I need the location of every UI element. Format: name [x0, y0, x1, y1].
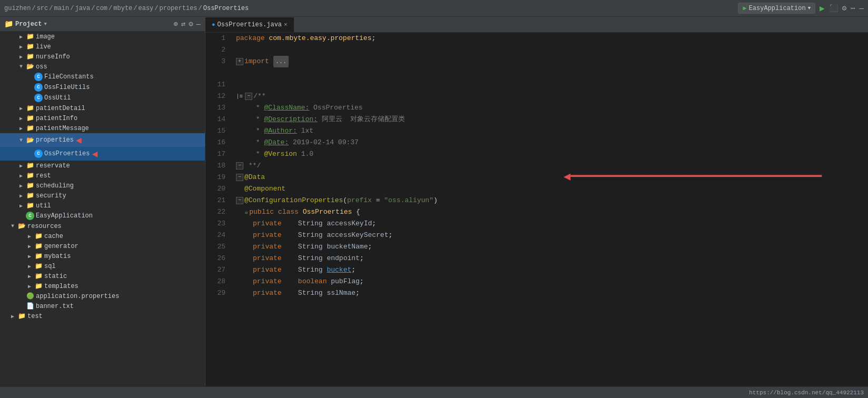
sidebar-item-reservate[interactable]: ▶ 📁 reservate [0, 161, 205, 171]
sidebar-label: Project [15, 21, 42, 28]
sidebar-item-label: live [36, 43, 51, 51]
sidebar-item-label: resources [27, 223, 62, 230]
sidebar-item-util[interactable]: ▶ 📁 util [0, 201, 205, 211]
sidebar-item-image[interactable]: ▶ 📁 image [0, 32, 205, 42]
folder-arrow-icon: ▶ [17, 163, 25, 169]
top-bar-left: guizhen / src / main / java / com / mbyt… [4, 5, 249, 12]
properties-icon: 🟢 [25, 292, 35, 300]
sidebar-item-label: properties [36, 136, 74, 144]
run-config-label: EasyApplication [749, 5, 806, 12]
sidebar-item-label: EasyApplication [36, 212, 93, 220]
folder-arrow-icon: ▶ [8, 313, 17, 320]
collapse-icon[interactable]: — [196, 20, 201, 28]
editor-tab[interactable]: ● OssProerties.java × [205, 17, 294, 32]
sidebar-item-application-properties[interactable]: 🟢 application.properties [0, 291, 205, 301]
red-arrow-line19: ◀━━━━━━━━━━━━━━━━━━━━━━━━━━━━━━━━━━━━ [564, 172, 822, 183]
folder-icon: 📁 [25, 104, 35, 112]
sidebar-item-label: mybatis [44, 253, 71, 260]
sidebar-item-label: test [27, 313, 43, 320]
sidebar-item-sql[interactable]: ▶ 📁 sql [0, 261, 205, 271]
add-icon[interactable]: ⊕ [173, 19, 177, 28]
sidebar-item-rest[interactable]: ▶ 📁 rest [0, 171, 205, 181]
sidebar-item-test[interactable]: ▶ 📁 test [0, 311, 205, 321]
sidebar-item-nurseinfo[interactable]: ▶ 📁 nurseInfo [0, 52, 205, 62]
sidebar-item-static[interactable]: ▶ 📁 static [0, 271, 205, 281]
folder-arrow-icon: ▶ [17, 34, 25, 40]
sidebar-item-cache[interactable]: ▶ 📁 cache [0, 231, 205, 241]
sidebar-item-label: application.properties [36, 293, 119, 300]
sidebar-item-patientdetail[interactable]: ▶ 📁 patientDetail [0, 103, 205, 113]
fold-button[interactable]: − [236, 174, 243, 181]
sidebar-item-templates[interactable]: ▶ 📁 templates [0, 281, 205, 291]
minimize-icon[interactable]: — [860, 4, 864, 13]
sidebar-item-security[interactable]: ▶ 📁 security [0, 191, 205, 201]
status-url: https://blog.csdn.net/qq_44922113 [749, 390, 864, 396]
fold-button[interactable]: − [236, 162, 243, 170]
code-line-25: private String bucketName ; [236, 241, 864, 253]
coverage-icon[interactable]: ⚙ [842, 4, 846, 13]
folder-arrow-icon: ▶ [25, 243, 34, 250]
java-class-icon: C [34, 73, 43, 81]
folder-arrow-icon: ▶ [17, 203, 25, 209]
chevron-down-icon: ▼ [44, 22, 46, 27]
java-class-icon: C [25, 212, 35, 220]
sidebar-item-label: cache [44, 233, 63, 240]
fold-button[interactable]: − [245, 93, 252, 100]
code-lines: package com.mbyte.easy.properties ; + im… [232, 33, 868, 386]
folder-icon: 📁 [25, 192, 35, 200]
code-line-13: * @ClassName: OssProerties [236, 102, 864, 114]
debug-icon[interactable]: ⬛ [829, 4, 838, 13]
sidebar-item-patientinfo[interactable]: ▶ 📁 patientInfo [0, 113, 205, 123]
sidebar-item-fileconstants[interactable]: C FileConstants [0, 72, 205, 82]
fold-button[interactable]: + [236, 58, 243, 65]
sidebar-item-label: generator [44, 243, 78, 250]
folder-arrow-icon: ▶ [17, 115, 25, 122]
folder-icon: 📁 [4, 19, 13, 28]
sidebar-item-oss[interactable]: ▼ 📂 oss [0, 62, 205, 72]
sidebar-item-ossproerties[interactable]: C OssProerties ◀ [0, 147, 205, 161]
code-line-26: private String endpoint ; [236, 253, 864, 264]
folder-icon: 📁 [34, 282, 43, 290]
tab-file-icon: ● [212, 22, 215, 28]
sidebar-item-generator[interactable]: ▶ 📁 generator [0, 241, 205, 251]
code-line-gap [236, 67, 864, 79]
settings-icon[interactable]: ⚙ [189, 19, 193, 28]
sidebar-item-banner-txt[interactable]: 📄 banner.txt [0, 301, 205, 311]
fold-button[interactable]: − [236, 197, 243, 204]
folder-icon: 📁 [34, 232, 43, 240]
sidebar-item-label: util [36, 202, 51, 210]
sidebar-item-label: OssFileUtils [44, 84, 90, 91]
sidebar-item-label: image [36, 33, 55, 41]
folder-arrow-open-icon: ▼ [8, 223, 17, 229]
sidebar-item-label: oss [36, 63, 47, 71]
sync-icon[interactable]: ⇄ [181, 19, 185, 28]
code-line-20: @Component [236, 183, 864, 195]
sidebar: 📁 Project ▼ ⊕ ⇄ ⚙ — ▶ 📁 image ▶ 📁 live [0, 17, 205, 386]
tab-close-button[interactable]: × [284, 22, 288, 28]
run-icon[interactable]: ▶ [820, 3, 825, 14]
sidebar-item-resources[interactable]: ▼ 📂 resources [0, 221, 205, 231]
sidebar-item-patientmessage[interactable]: ▶ 📁 patientMessage [0, 123, 205, 133]
sidebar-item-ossfileutils[interactable]: C OssFileUtils [0, 82, 205, 93]
folder-arrow-icon: ▶ [17, 44, 25, 50]
breadcrumb: guizhen / src / main / java / com / mbyt… [4, 5, 249, 12]
folder-arrow-icon: ▶ [17, 105, 25, 112]
run-config[interactable]: ▶ EasyApplication ▼ [738, 3, 815, 14]
folder-open-icon: 📂 [17, 222, 26, 230]
sidebar-item-label: scheduling [36, 182, 74, 190]
sidebar-item-properties[interactable]: ▼ 📂 properties ◀ [0, 133, 205, 147]
line-numbers: 1 2 3 11 12 13 14 15 16 17 18 19 20 21 2… [205, 33, 232, 386]
more-icon[interactable]: ⋯ [851, 4, 855, 13]
sidebar-item-easyapplication[interactable]: C EasyApplication [0, 211, 205, 221]
code-line-27: private String bucket ; [236, 264, 864, 276]
code-line-14: * @Description: 阿里云 对象云存储配置类 [236, 114, 864, 125]
sidebar-item-label: templates [44, 283, 78, 290]
sidebar-item-scheduling[interactable]: ▶ 📁 scheduling [0, 181, 205, 191]
sidebar-item-mybatis[interactable]: ▶ 📁 mybatis [0, 251, 205, 261]
folder-icon: 📁 [17, 312, 26, 320]
folder-arrow-icon: ▶ [17, 193, 25, 199]
sidebar-item-label: reservate [36, 162, 70, 170]
folder-arrow-icon: ▶ [17, 54, 25, 60]
sidebar-item-live[interactable]: ▶ 📁 live [0, 42, 205, 52]
sidebar-item-ossutil[interactable]: C OssUtil [0, 93, 205, 103]
